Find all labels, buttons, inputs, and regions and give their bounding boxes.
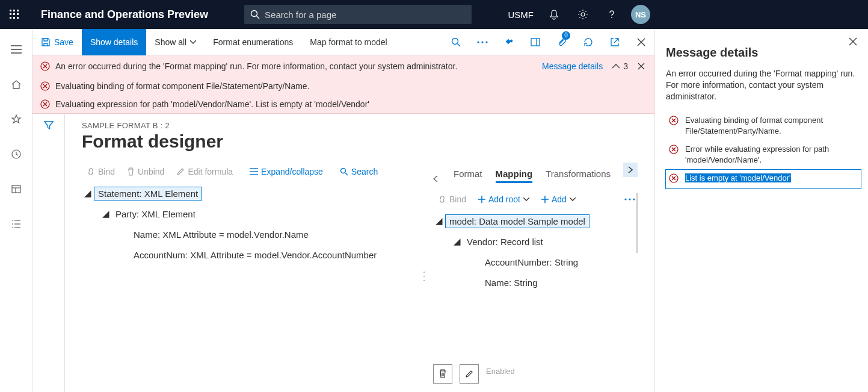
- splitter: Bind Unbind Edit formula: [82, 160, 638, 392]
- tree-node-label: Name: XML Attribute = model.Vendor.Name: [130, 228, 312, 241]
- collapse-icon[interactable]: ◢: [433, 216, 445, 226]
- mapping-bottom-bar: Enabled: [433, 361, 638, 392]
- mapping-pane: Format Mapping Transformations Bind: [433, 160, 638, 392]
- save-button[interactable]: Save: [32, 29, 82, 55]
- designer: SAMPLE FORMAT B : 2 Format designer Bind: [65, 114, 654, 392]
- star-icon[interactable]: [4, 107, 28, 131]
- svg-rect-42: [506, 39, 511, 43]
- svg-point-12: [251, 11, 257, 17]
- close-page-icon[interactable]: [628, 29, 654, 55]
- tree-node-label: Party: XML Element: [112, 208, 199, 220]
- tab-next-icon[interactable]: [623, 163, 638, 177]
- svg-line-21: [585, 11, 586, 11]
- tab-mapping[interactable]: Mapping: [496, 165, 533, 182]
- error-icon: [668, 144, 679, 166]
- tree-node[interactable]: ◢ Vendor: Record list: [433, 231, 638, 252]
- workspaces-icon[interactable]: [4, 177, 28, 201]
- svg-point-55: [423, 272, 425, 273]
- search-action-icon[interactable]: [443, 29, 469, 55]
- svg-rect-11: [17, 17, 19, 19]
- pencil-icon: [176, 167, 185, 176]
- close-pane-icon[interactable]: [849, 37, 857, 46]
- show-details-button[interactable]: Show details: [82, 29, 146, 55]
- hamburger-icon[interactable]: [4, 37, 28, 61]
- tab-prev-icon[interactable]: [433, 175, 440, 182]
- global-search[interactable]: [244, 5, 472, 24]
- popout-icon[interactable]: [602, 29, 628, 55]
- svg-rect-9: [10, 17, 11, 19]
- list-icon: [250, 168, 258, 175]
- more-icon[interactable]: [620, 196, 638, 203]
- svg-rect-8: [17, 13, 19, 15]
- user-avatar[interactable]: NS: [626, 0, 655, 29]
- tree-node-label: Statement: XML Element: [94, 187, 202, 201]
- error-icon: [40, 99, 51, 110]
- svg-point-40: [481, 41, 483, 43]
- main-area: Save Show details Show all Format enumer…: [32, 29, 655, 392]
- tab-transformations[interactable]: Transformations: [546, 165, 611, 182]
- refresh-icon[interactable]: [575, 29, 602, 55]
- tree-node[interactable]: Name: XML Attribute = model.Vendor.Name: [82, 224, 420, 244]
- chevron-down-icon: [190, 40, 196, 44]
- company-code[interactable]: USMF: [502, 10, 540, 20]
- tree-node[interactable]: ◢ Statement: XML Element: [82, 183, 420, 204]
- svg-point-53: [340, 169, 345, 173]
- tab-format[interactable]: Format: [454, 165, 482, 182]
- format-tree[interactable]: ◢ Statement: XML Element ◢ Party: XML El…: [82, 183, 420, 265]
- gear-icon[interactable]: [568, 0, 597, 29]
- more-actions-icon[interactable]: [469, 29, 496, 55]
- detail-list: Evaluating binding of format component F…: [666, 112, 861, 188]
- edit-button[interactable]: [460, 364, 479, 384]
- recent-icon[interactable]: [4, 142, 28, 166]
- svg-rect-44: [531, 39, 540, 46]
- tree-search-button[interactable]: Search: [335, 164, 383, 179]
- page-title: Format designer: [82, 131, 638, 152]
- message-details-pane: Message details An error occurred during…: [655, 29, 868, 392]
- search-input[interactable]: [260, 9, 466, 20]
- show-all-button[interactable]: Show all: [146, 29, 205, 55]
- bell-icon[interactable]: [540, 0, 568, 29]
- chevron-up-icon: [612, 64, 620, 69]
- pane-scroll-handle[interactable]: [636, 193, 638, 253]
- format-enumerations-button[interactable]: Format enumerations: [205, 29, 301, 55]
- add-root-button[interactable]: Add root: [473, 192, 534, 207]
- collapse-icon[interactable]: ◢: [100, 208, 112, 219]
- tree-node[interactable]: ◢ model: Data model Sample model: [433, 211, 638, 231]
- pane-message: An error occurred during the 'Format map…: [666, 68, 861, 102]
- diamond-icon[interactable]: [496, 29, 522, 55]
- filter-icon[interactable]: [43, 120, 54, 392]
- error-row-2: Evaluating binding of format component F…: [32, 77, 654, 95]
- tree-node-label: model: Data model Sample model: [445, 214, 589, 228]
- banner-collapse-button[interactable]: 3: [612, 61, 628, 71]
- help-icon[interactable]: [597, 0, 626, 29]
- tree-node[interactable]: AccountNumber: String: [433, 252, 638, 272]
- tree-node[interactable]: Name: String: [433, 272, 638, 293]
- svg-point-63: [629, 198, 630, 200]
- add-button[interactable]: Add: [537, 192, 580, 207]
- waffle-icon[interactable]: [0, 10, 29, 19]
- svg-line-38: [458, 43, 461, 46]
- modules-icon[interactable]: [4, 212, 28, 236]
- collapse-icon[interactable]: ◢: [451, 236, 463, 247]
- detail-item[interactable]: Evaluating binding of format component F…: [666, 112, 861, 141]
- map-format-to-model-button[interactable]: Map format to model: [301, 29, 395, 55]
- detail-item[interactable]: Error while evaluating expression for pa…: [666, 141, 861, 170]
- attachments-icon[interactable]: 0: [549, 29, 575, 55]
- splitter-handle[interactable]: [420, 160, 428, 392]
- svg-rect-10: [13, 17, 15, 19]
- delete-button[interactable]: [433, 364, 452, 384]
- svg-rect-6: [10, 13, 11, 15]
- collapse-icon[interactable]: ◢: [82, 188, 94, 199]
- tree-node[interactable]: ◢ Party: XML Element: [82, 204, 420, 224]
- mapping-tree[interactable]: ◢ model: Data model Sample model ◢ Vendo…: [433, 211, 638, 293]
- banner-close-icon[interactable]: [635, 60, 647, 72]
- svg-point-41: [485, 41, 487, 43]
- detail-item-selected[interactable]: List is empty at 'model/Vendor': [666, 170, 861, 188]
- message-details-link[interactable]: Message details: [542, 61, 603, 71]
- top-nav: Finance and Operations Preview USMF NS: [0, 0, 868, 29]
- home-icon[interactable]: [4, 72, 28, 96]
- panel-icon[interactable]: [522, 29, 549, 55]
- expand-collapse-button[interactable]: Expand/collapse: [245, 164, 328, 179]
- tree-node[interactable]: AccountNum: XML Attribute = model.Vendor…: [82, 244, 420, 265]
- link-icon: [87, 167, 95, 176]
